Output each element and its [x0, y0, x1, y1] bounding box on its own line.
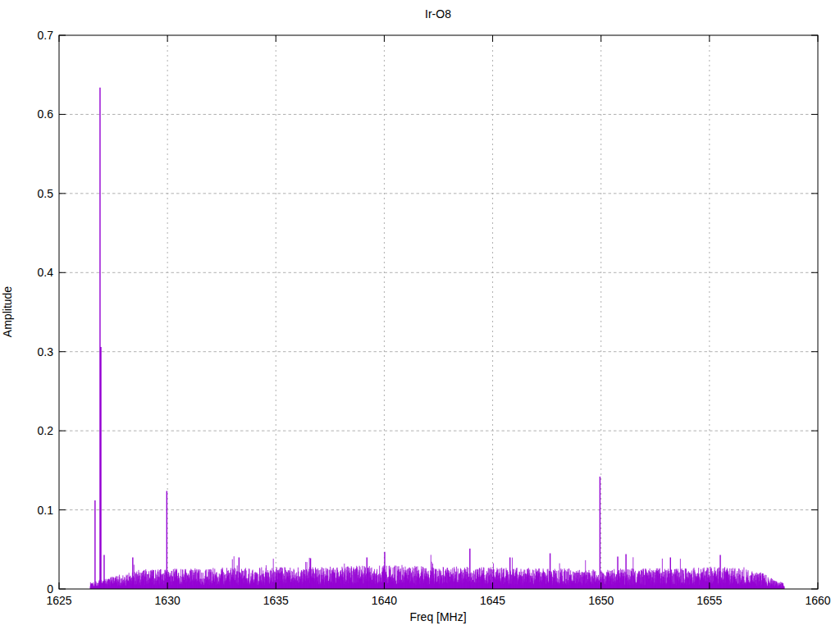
chart-area: 1625163016351640164516501655166000.10.20…: [0, 0, 840, 630]
svg-text:0.6: 0.6: [38, 107, 54, 121]
gridlines: [59, 35, 818, 589]
svg-text:1655: 1655: [696, 594, 722, 607]
spectrum-chart: 1625163016351640164516501655166000.10.20…: [0, 0, 840, 630]
svg-text:1625: 1625: [46, 594, 71, 607]
svg-text:0.3: 0.3: [38, 345, 54, 358]
plot-border: [59, 35, 818, 589]
chart-title: Ir-O8: [425, 7, 451, 21]
svg-text:0: 0: [47, 582, 53, 596]
signal-peaks: [95, 88, 720, 589]
svg-text:1640: 1640: [372, 594, 397, 607]
signal-trace: [90, 555, 784, 589]
svg-text:1645: 1645: [480, 594, 505, 607]
svg-text:1630: 1630: [155, 594, 180, 607]
svg-text:0.4: 0.4: [38, 266, 54, 279]
svg-text:0.7: 0.7: [38, 29, 54, 42]
y-axis-label: Amplitude: [1, 286, 14, 337]
svg-text:1650: 1650: [588, 594, 614, 607]
svg-text:0.1: 0.1: [38, 504, 54, 517]
svg-text:1635: 1635: [263, 594, 289, 607]
svg-text:0.5: 0.5: [38, 187, 54, 200]
tick-labels: 1625163016351640164516501655166000.10.20…: [38, 29, 831, 607]
svg-text:0.2: 0.2: [38, 424, 54, 437]
svg-text:1660: 1660: [805, 594, 830, 607]
x-axis-label: Freq [MHz]: [409, 610, 466, 623]
axis-ticks: [59, 35, 818, 589]
